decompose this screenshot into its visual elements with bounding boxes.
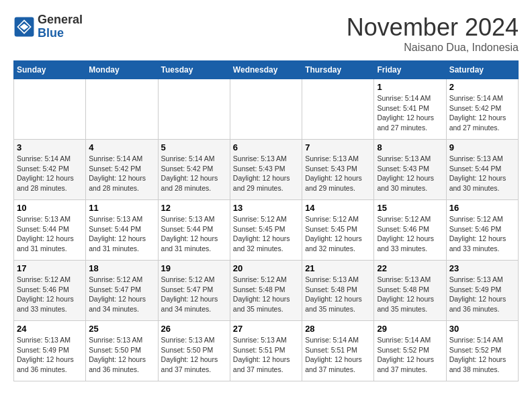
calendar-week-row: 10Sunrise: 5:13 AM Sunset: 5:44 PM Dayli… — [14, 200, 519, 261]
day-number: 1 — [377, 82, 443, 92]
calendar-cell: 6Sunrise: 5:13 AM Sunset: 5:43 PM Daylig… — [230, 140, 302, 200]
calendar-cell: 8Sunrise: 5:13 AM Sunset: 5:43 PM Daylig… — [374, 140, 446, 200]
day-info: Sunrise: 5:13 AM Sunset: 5:43 PM Dayligh… — [305, 154, 371, 193]
calendar-cell: 28Sunrise: 5:14 AM Sunset: 5:51 PM Dayli… — [302, 321, 374, 381]
day-number: 16 — [449, 203, 515, 213]
day-number: 13 — [233, 203, 299, 213]
title-block: November 2024 Naisano Dua, Indonesia — [347, 13, 519, 54]
day-number: 24 — [17, 324, 83, 334]
day-number: 2 — [449, 82, 515, 92]
calendar-cell — [302, 79, 374, 140]
calendar-cell: 2Sunrise: 5:14 AM Sunset: 5:42 PM Daylig… — [446, 79, 518, 140]
day-number: 27 — [233, 324, 299, 334]
day-info: Sunrise: 5:13 AM Sunset: 5:50 PM Dayligh… — [89, 335, 154, 375]
day-info: Sunrise: 5:12 AM Sunset: 5:47 PM Dayligh… — [161, 275, 227, 314]
calendar-table: SundayMondayTuesdayWednesdayThursdayFrid… — [13, 60, 519, 381]
day-info: Sunrise: 5:13 AM Sunset: 5:43 PM Dayligh… — [233, 154, 299, 193]
page-header: General Blue November 2024 Naisano Dua, … — [13, 13, 519, 54]
day-number: 14 — [305, 203, 371, 213]
day-number: 20 — [233, 263, 299, 273]
day-info: Sunrise: 5:13 AM Sunset: 5:43 PM Dayligh… — [377, 154, 443, 193]
calendar-cell: 26Sunrise: 5:13 AM Sunset: 5:50 PM Dayli… — [158, 321, 230, 381]
day-number: 9 — [449, 142, 515, 152]
day-info: Sunrise: 5:14 AM Sunset: 5:51 PM Dayligh… — [305, 335, 371, 375]
day-number: 4 — [89, 142, 154, 152]
day-info: Sunrise: 5:13 AM Sunset: 5:49 PM Dayligh… — [17, 335, 83, 375]
calendar-cell: 10Sunrise: 5:13 AM Sunset: 5:44 PM Dayli… — [14, 200, 86, 261]
day-info: Sunrise: 5:14 AM Sunset: 5:52 PM Dayligh… — [449, 335, 515, 375]
day-number: 29 — [377, 324, 443, 334]
day-info: Sunrise: 5:12 AM Sunset: 5:48 PM Dayligh… — [233, 275, 299, 314]
calendar-cell: 29Sunrise: 5:14 AM Sunset: 5:52 PM Dayli… — [374, 321, 446, 381]
day-number: 28 — [305, 324, 371, 334]
weekday-header: Sunday — [14, 61, 86, 79]
day-info: Sunrise: 5:13 AM Sunset: 5:44 PM Dayligh… — [17, 214, 83, 254]
weekday-header: Thursday — [302, 61, 374, 79]
calendar-cell: 1Sunrise: 5:14 AM Sunset: 5:41 PM Daylig… — [374, 79, 446, 140]
location-subtitle: Naisano Dua, Indonesia — [347, 42, 519, 54]
calendar-cell: 21Sunrise: 5:13 AM Sunset: 5:48 PM Dayli… — [302, 261, 374, 321]
day-number: 8 — [377, 142, 443, 152]
day-number: 7 — [305, 142, 371, 152]
day-info: Sunrise: 5:12 AM Sunset: 5:45 PM Dayligh… — [233, 214, 299, 254]
logo-general-text: General — [38, 13, 83, 26]
day-number: 11 — [89, 203, 154, 213]
calendar-cell: 15Sunrise: 5:12 AM Sunset: 5:46 PM Dayli… — [374, 200, 446, 261]
calendar-header-row: SundayMondayTuesdayWednesdayThursdayFrid… — [14, 61, 519, 79]
day-info: Sunrise: 5:14 AM Sunset: 5:52 PM Dayligh… — [377, 335, 443, 375]
calendar-cell: 24Sunrise: 5:13 AM Sunset: 5:49 PM Dayli… — [14, 321, 86, 381]
weekday-header: Saturday — [446, 61, 518, 79]
calendar-cell: 13Sunrise: 5:12 AM Sunset: 5:45 PM Dayli… — [230, 200, 302, 261]
day-number: 3 — [17, 142, 83, 152]
calendar-week-row: 1Sunrise: 5:14 AM Sunset: 5:41 PM Daylig… — [14, 79, 519, 140]
day-info: Sunrise: 5:14 AM Sunset: 5:41 PM Dayligh… — [377, 93, 443, 133]
day-number: 10 — [17, 203, 83, 213]
calendar-cell — [158, 79, 230, 140]
calendar-cell: 7Sunrise: 5:13 AM Sunset: 5:43 PM Daylig… — [302, 140, 374, 200]
day-number: 25 — [89, 324, 154, 334]
calendar-week-row: 24Sunrise: 5:13 AM Sunset: 5:49 PM Dayli… — [14, 321, 519, 381]
weekday-header: Friday — [374, 61, 446, 79]
month-title: November 2024 — [347, 13, 519, 42]
calendar-cell: 20Sunrise: 5:12 AM Sunset: 5:48 PM Dayli… — [230, 261, 302, 321]
day-number: 26 — [161, 324, 227, 334]
day-info: Sunrise: 5:13 AM Sunset: 5:50 PM Dayligh… — [161, 335, 227, 375]
day-info: Sunrise: 5:13 AM Sunset: 5:48 PM Dayligh… — [305, 275, 371, 314]
calendar-cell: 25Sunrise: 5:13 AM Sunset: 5:50 PM Dayli… — [86, 321, 158, 381]
calendar-cell: 22Sunrise: 5:13 AM Sunset: 5:48 PM Dayli… — [374, 261, 446, 321]
day-info: Sunrise: 5:14 AM Sunset: 5:42 PM Dayligh… — [161, 154, 227, 193]
calendar-cell: 5Sunrise: 5:14 AM Sunset: 5:42 PM Daylig… — [158, 140, 230, 200]
day-info: Sunrise: 5:14 AM Sunset: 5:42 PM Dayligh… — [17, 154, 83, 193]
day-info: Sunrise: 5:12 AM Sunset: 5:46 PM Dayligh… — [377, 214, 443, 254]
day-number: 17 — [17, 263, 83, 273]
calendar-cell — [230, 79, 302, 140]
calendar-cell: 12Sunrise: 5:13 AM Sunset: 5:44 PM Dayli… — [158, 200, 230, 261]
day-number: 15 — [377, 203, 443, 213]
day-info: Sunrise: 5:13 AM Sunset: 5:44 PM Dayligh… — [161, 214, 227, 254]
weekday-header: Monday — [86, 61, 158, 79]
day-number: 23 — [449, 263, 515, 273]
day-number: 6 — [233, 142, 299, 152]
day-info: Sunrise: 5:12 AM Sunset: 5:46 PM Dayligh… — [17, 275, 83, 314]
day-number: 12 — [161, 203, 227, 213]
calendar-cell: 27Sunrise: 5:13 AM Sunset: 5:51 PM Dayli… — [230, 321, 302, 381]
day-number: 30 — [449, 324, 515, 334]
day-number: 18 — [89, 263, 154, 273]
day-number: 5 — [161, 142, 227, 152]
calendar-cell: 19Sunrise: 5:12 AM Sunset: 5:47 PM Dayli… — [158, 261, 230, 321]
day-number: 21 — [305, 263, 371, 273]
day-info: Sunrise: 5:12 AM Sunset: 5:47 PM Dayligh… — [89, 275, 154, 314]
calendar-week-row: 3Sunrise: 5:14 AM Sunset: 5:42 PM Daylig… — [14, 140, 519, 200]
calendar-cell: 4Sunrise: 5:14 AM Sunset: 5:42 PM Daylig… — [86, 140, 158, 200]
day-info: Sunrise: 5:14 AM Sunset: 5:42 PM Dayligh… — [89, 154, 154, 193]
calendar-cell: 23Sunrise: 5:13 AM Sunset: 5:49 PM Dayli… — [446, 261, 518, 321]
day-number: 22 — [377, 263, 443, 273]
calendar-cell — [86, 79, 158, 140]
day-info: Sunrise: 5:12 AM Sunset: 5:46 PM Dayligh… — [449, 214, 515, 254]
calendar-cell: 3Sunrise: 5:14 AM Sunset: 5:42 PM Daylig… — [14, 140, 86, 200]
logo-icon — [13, 16, 35, 38]
day-number: 19 — [161, 263, 227, 273]
calendar-cell — [14, 79, 86, 140]
calendar-week-row: 17Sunrise: 5:12 AM Sunset: 5:46 PM Dayli… — [14, 261, 519, 321]
day-info: Sunrise: 5:13 AM Sunset: 5:44 PM Dayligh… — [449, 154, 515, 193]
